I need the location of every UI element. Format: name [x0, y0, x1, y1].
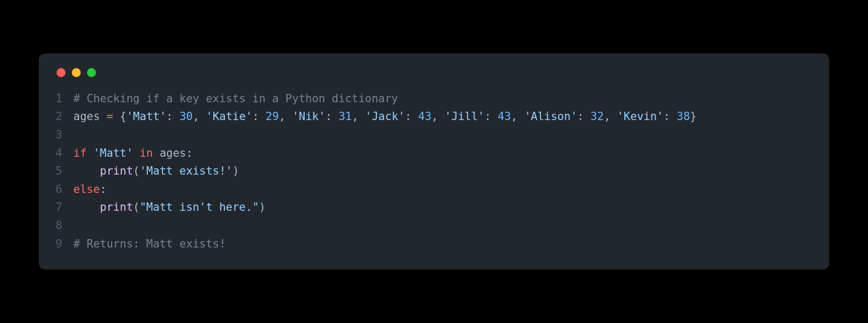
string-token: 'Jill': [444, 110, 484, 123]
window-minimize-icon[interactable]: [72, 68, 81, 77]
identifier-token: ages: [73, 110, 100, 123]
code-line: 8: [56, 217, 812, 235]
code-content: else:: [73, 180, 812, 199]
code-line: 4 if 'Matt' in ages:: [56, 144, 812, 163]
string-token: 'Alison': [524, 110, 577, 123]
comment-token: # Checking if a key exists in a Python d…: [73, 92, 398, 105]
window-zoom-icon[interactable]: [87, 68, 96, 77]
code-line: 6 else:: [56, 180, 812, 199]
code-content: # Checking if a key exists in a Python d…: [73, 90, 812, 108]
line-number: 8: [56, 217, 73, 235]
number-token: 38: [677, 110, 690, 123]
code-content: [73, 126, 812, 144]
string-token: 'Matt exists!': [139, 165, 232, 177]
code-content: # Returns: Matt exists!: [73, 235, 812, 253]
line-number: 2: [56, 107, 73, 126]
function-token: print: [100, 165, 133, 177]
identifier-token: ages: [159, 147, 186, 159]
code-window: 1 # Checking if a key exists in a Python…: [39, 53, 829, 270]
string-token: 'Nik': [292, 110, 325, 123]
number-token: 32: [591, 110, 604, 123]
function-token: print: [100, 201, 133, 213]
number-token: 31: [339, 110, 352, 123]
keyword-token: if: [73, 147, 86, 159]
window-close-icon[interactable]: [57, 68, 66, 77]
code-line: 2 ages = {'Matt': 30, 'Katie': 29, 'Nik'…: [56, 107, 812, 126]
brace-token: {: [120, 110, 127, 123]
code-content: print("Matt isn't here."): [73, 198, 812, 217]
number-token: 30: [179, 110, 192, 123]
traffic-lights: [56, 68, 812, 77]
line-number: 5: [56, 162, 73, 180]
comment-token: # Returns: Matt exists!: [73, 238, 226, 250]
number-token: 43: [498, 110, 511, 123]
string-token: 'Kevin': [617, 110, 664, 123]
number-token: 29: [266, 110, 279, 123]
line-number: 7: [56, 198, 73, 217]
string-token: 'Jack': [365, 110, 405, 123]
string-token: "Matt isn't here.": [139, 201, 259, 213]
code-content: ages = {'Matt': 30, 'Katie': 29, 'Nik': …: [73, 107, 812, 126]
code-line: 9 # Returns: Matt exists!: [56, 235, 812, 253]
number-token: 43: [418, 110, 431, 123]
line-number: 9: [56, 235, 73, 253]
code-content: if 'Matt' in ages:: [73, 144, 812, 163]
code-content: print('Matt exists!'): [73, 162, 812, 180]
line-number: 4: [56, 144, 73, 163]
code-line: 3: [56, 126, 812, 144]
code-content: [73, 217, 812, 235]
keyword-token: else: [73, 183, 100, 196]
line-number: 1: [56, 90, 73, 108]
line-number: 6: [56, 180, 73, 199]
string-token: 'Matt': [93, 147, 133, 159]
code-line: 7 print("Matt isn't here."): [56, 198, 812, 217]
code-area: 1 # Checking if a key exists in a Python…: [56, 90, 812, 253]
keyword-token: in: [139, 147, 153, 159]
string-token: 'Katie': [206, 110, 253, 123]
brace-token: }: [690, 110, 697, 123]
code-line: 1 # Checking if a key exists in a Python…: [56, 90, 812, 108]
line-number: 3: [56, 126, 73, 144]
code-line: 5 print('Matt exists!'): [56, 162, 812, 180]
operator-token: =: [106, 110, 113, 123]
string-token: 'Matt': [126, 110, 166, 123]
